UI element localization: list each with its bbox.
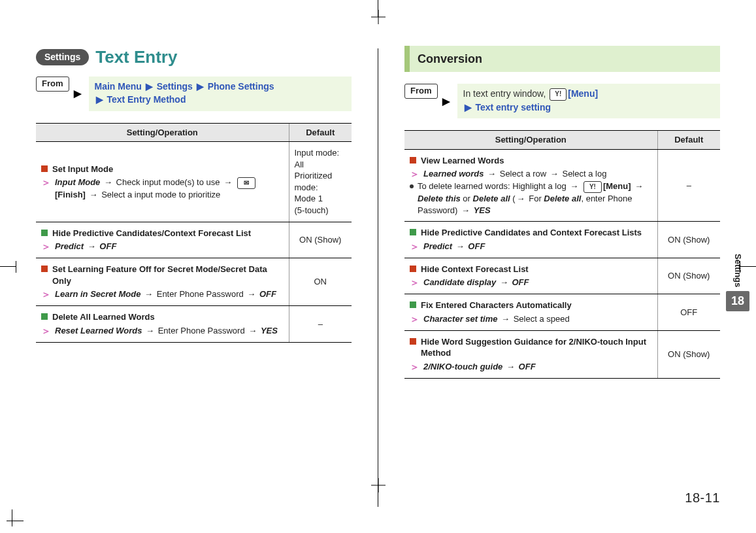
settings-badge: Settings bbox=[36, 49, 89, 66]
nav-path: Main Menu ▶ Settings ▶ Phone Settings ▶ … bbox=[89, 77, 352, 111]
left-column: Settings Text Entry From ▶ Main Menu ▶ S… bbox=[36, 46, 352, 513]
operation-step-body: Learned words → Select a row → Select a … bbox=[423, 168, 652, 180]
operation-step: ＞Candidate display → OFF bbox=[410, 277, 652, 288]
default-cell: ON (Show) bbox=[657, 258, 720, 294]
column-divider bbox=[378, 48, 378, 506]
operation-step-body: 2/NIKO-touch guide → OFF bbox=[423, 361, 652, 373]
operation-step: ＞Character set time → Select a speed bbox=[410, 313, 652, 325]
default-cell: OFF bbox=[657, 294, 720, 331]
operation-title: Fix Entered Characters Automatically bbox=[410, 300, 652, 311]
registration-mark-left bbox=[0, 261, 16, 273]
settings-table-left: Setting/Operation Default Set Input Mode… bbox=[36, 123, 352, 343]
chevron-step-icon: ＞ bbox=[41, 288, 51, 300]
default-cell: ON (Show) bbox=[657, 222, 720, 258]
settings-table-right: Setting/Operation Default View Learned W… bbox=[404, 130, 720, 378]
operation-cell: Hide Predictive Candidates and Context F… bbox=[404, 222, 657, 258]
operation-title-text: Set Learning Feature Off for Secret Mode… bbox=[52, 264, 284, 286]
table-row: View Learned Words＞Learned words → Selec… bbox=[404, 149, 720, 221]
col-header-default: Default bbox=[657, 131, 720, 150]
softkey-icon: Y! bbox=[550, 88, 567, 101]
operation-title-text: Set Input Mode bbox=[52, 163, 113, 175]
default-cell: ON bbox=[289, 258, 352, 306]
default-cell: Input mode:AllPrioritized mode:Mode 1(5-… bbox=[289, 142, 352, 222]
operation-cell: Set Input Mode＞Input Mode → Check input … bbox=[36, 142, 289, 222]
nav-seg: Text entry setting bbox=[475, 102, 551, 112]
chevron-right-icon: ▶ bbox=[146, 81, 153, 92]
operation-step-body: Input Mode → Check input mode(s) to use … bbox=[55, 177, 284, 200]
chevron-step-icon: ＞ bbox=[41, 325, 51, 337]
page: Settings Text Entry From ▶ Main Menu ▶ S… bbox=[0, 0, 756, 533]
operation-title: Set Learning Feature Off for Secret Mode… bbox=[41, 264, 284, 286]
nav-softkey-label: [Menu] bbox=[568, 88, 598, 99]
registration-mark-right bbox=[740, 261, 756, 273]
section-title: Conversion bbox=[410, 46, 720, 72]
page-number: 18-11 bbox=[685, 489, 720, 507]
operation-title-text: View Learned Words bbox=[421, 155, 504, 167]
nav-seg: Settings bbox=[157, 81, 193, 92]
operation-cell: Fix Entered Characters Automatically＞Cha… bbox=[404, 294, 657, 331]
section-heading: Conversion bbox=[404, 46, 720, 72]
square-bullet-icon bbox=[41, 266, 48, 272]
chevron-step-icon: ＞ bbox=[410, 277, 419, 288]
nav-seg: Text Entry Method bbox=[107, 94, 186, 105]
square-bullet-icon bbox=[410, 301, 416, 308]
operation-title: View Learned Words bbox=[410, 155, 652, 167]
col-header-operation: Setting/Operation bbox=[36, 123, 289, 142]
operation-title-text: Hide Predictive Candidates/Context Forec… bbox=[52, 228, 251, 239]
chevron-right-icon: ▶ bbox=[197, 81, 204, 92]
chevron-step-icon: ＞ bbox=[41, 177, 51, 188]
right-column: Conversion From ▶ In text entry window, … bbox=[404, 46, 720, 513]
square-bullet-icon bbox=[41, 165, 48, 172]
chevron-step-icon: ＞ bbox=[410, 313, 419, 325]
operation-note: To delete learned words: Highlight a log… bbox=[410, 181, 652, 216]
operation-cell: Set Learning Feature Off for Secret Mode… bbox=[36, 258, 289, 306]
bullet-icon bbox=[410, 184, 414, 188]
operation-title: Hide Predictive Candidates/Context Forec… bbox=[41, 228, 284, 239]
chapter-thumb-label: Settings bbox=[732, 254, 744, 291]
operation-title: Hide Predictive Candidates and Context F… bbox=[410, 227, 652, 239]
from-nav-right: From ▶ In text entry window, Y![Menu] ▶ … bbox=[404, 84, 720, 118]
table-row: Hide Predictive Candidates and Context F… bbox=[404, 222, 720, 258]
operation-cell: View Learned Words＞Learned words → Selec… bbox=[404, 149, 657, 221]
default-cell: – bbox=[657, 149, 720, 221]
nav-path: In text entry window, Y![Menu] ▶ Text en… bbox=[457, 84, 721, 118]
default-cell: – bbox=[289, 306, 352, 343]
chevron-step-icon: ＞ bbox=[410, 361, 419, 373]
operation-step-body: Reset Learned Words → Enter Phone Passwo… bbox=[55, 325, 284, 337]
table-row: Hide Context Forecast List＞Candidate dis… bbox=[404, 258, 720, 294]
operation-step-body: Candidate display → OFF bbox=[423, 277, 652, 288]
operation-title: Delete All Learned Words bbox=[41, 311, 284, 323]
operation-title-text: Hide Context Forecast List bbox=[421, 264, 529, 275]
from-chip: From bbox=[36, 77, 69, 92]
nav-seg: Main Menu bbox=[95, 81, 142, 92]
operation-cell: Hide Predictive Candidates/Context Forec… bbox=[36, 222, 289, 258]
page-heading-row: Settings Text Entry bbox=[36, 46, 352, 69]
chevron-right-icon: ▶ bbox=[465, 102, 472, 112]
operation-step: ＞Input Mode → Check input mode(s) to use… bbox=[41, 177, 284, 200]
operation-step: ＞Predict → OFF bbox=[41, 241, 284, 252]
square-bullet-icon bbox=[41, 313, 48, 320]
operation-title-text: Fix Entered Characters Automatically bbox=[421, 300, 572, 311]
default-cell: ON (Show) bbox=[289, 222, 352, 258]
operation-step-body: Predict → OFF bbox=[55, 241, 284, 252]
operation-step: ＞Learn in Secret Mode → Enter Phone Pass… bbox=[41, 288, 284, 300]
operation-title-text: Hide Predictive Candidates and Context F… bbox=[421, 227, 642, 239]
table-row: Hide Predictive Candidates/Context Forec… bbox=[36, 222, 352, 258]
registration-mark-top bbox=[374, 0, 383, 22]
col-header-operation: Setting/Operation bbox=[404, 131, 657, 150]
chevron-step-icon: ＞ bbox=[410, 168, 419, 180]
heading-accent-bar bbox=[404, 46, 410, 72]
from-nav-left: From ▶ Main Menu ▶ Settings ▶ Phone Sett… bbox=[36, 77, 352, 111]
operation-note-body: To delete learned words: Highlight a log… bbox=[418, 181, 652, 216]
operation-step: ＞2/NIKO-touch guide → OFF bbox=[410, 361, 652, 373]
operation-step: ＞Learned words → Select a row → Select a… bbox=[410, 168, 652, 180]
col-header-default: Default bbox=[289, 123, 352, 142]
operation-title: Hide Context Forecast List bbox=[410, 264, 652, 275]
operation-step: ＞Predict → OFF bbox=[410, 241, 652, 252]
nav-plain-text: In text entry window, bbox=[463, 88, 549, 99]
operation-title: Hide Word Suggestion Guidance for 2/NIKO… bbox=[410, 336, 652, 359]
nav-seg: Phone Settings bbox=[208, 81, 274, 92]
table-row: Set Input Mode＞Input Mode → Check input … bbox=[36, 142, 352, 222]
square-bullet-icon bbox=[410, 229, 416, 235]
operation-step: ＞Reset Learned Words → Enter Phone Passw… bbox=[41, 325, 284, 337]
